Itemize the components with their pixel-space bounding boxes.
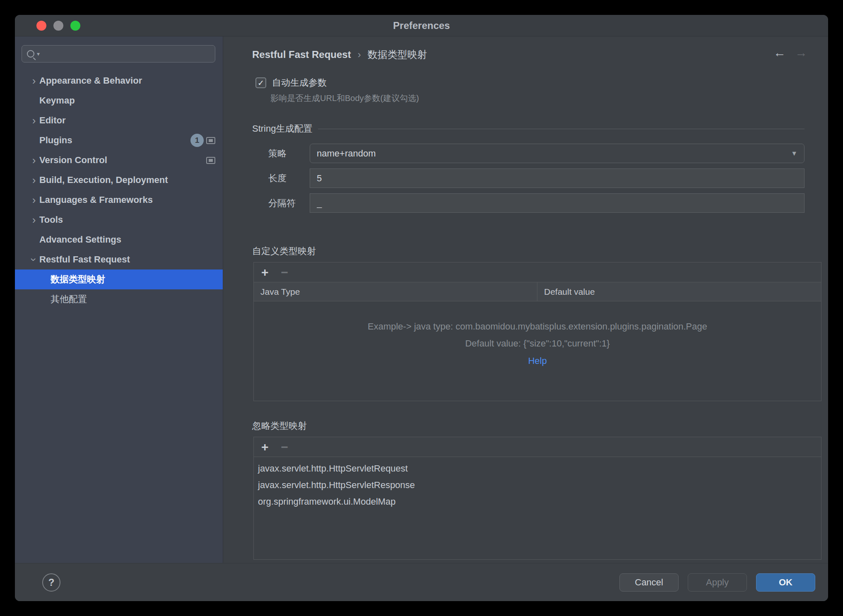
sidebar-item-restful-fast-request[interactable]: › Restful Fast Request (15, 250, 223, 270)
sidebar-item-advanced-settings[interactable]: Advanced Settings (15, 230, 223, 250)
chevron-right-icon[interactable]: › (30, 77, 38, 85)
custom-mapping-section-header: 自定义类型映射 (252, 245, 804, 257)
zoom-window-icon[interactable] (70, 21, 80, 31)
sidebar-item-other-config[interactable]: 其他配置 (15, 289, 223, 309)
ignore-mapping-toolbar: + − (254, 437, 821, 457)
string-config-title: String生成配置 (252, 123, 312, 135)
mapping-example-line2: Default value: {"size":10,"current":1} (254, 338, 821, 349)
ignore-mapping-title: 忽略类型映射 (252, 420, 307, 432)
strategy-row: 策略 name+random ▼ (238, 144, 828, 163)
sidebar-item-appearance-behavior[interactable]: › Appearance & Behavior (15, 71, 223, 91)
settings-tree: › Appearance & Behavior Keymap › Editor … (15, 71, 223, 309)
breadcrumb-separator-icon: › (358, 49, 361, 60)
ignore-mapping-list: + − javax.servlet.http.HttpServletReques… (253, 437, 821, 560)
search-caret-icon: ▾ (37, 51, 40, 57)
titlebar: Preferences (15, 15, 828, 36)
main-area: ▾ › Appearance & Behavior Keymap › Edito… (15, 36, 828, 563)
list-item[interactable]: javax.servlet.http.HttpServletResponse (254, 477, 821, 493)
search-input[interactable]: ▾ (22, 45, 215, 63)
chevron-right-icon[interactable]: › (30, 116, 38, 125)
sidebar-item-data-type-mapping[interactable]: 数据类型映射 (15, 270, 223, 289)
sidebar-item-build-execution-deployment[interactable]: › Build, Execution, Deployment (15, 170, 223, 190)
ignore-mapping-section-header: 忽略类型映射 (252, 420, 804, 432)
length-row: 长度 (238, 168, 828, 188)
chevron-right-icon[interactable]: › (30, 176, 38, 184)
sidebar-item-label: Editor (39, 115, 66, 126)
help-button[interactable]: ? (42, 573, 60, 592)
custom-mapping-header: Java Type Default value (254, 282, 821, 301)
strategy-value: name+random (317, 148, 376, 159)
list-item[interactable]: javax.servlet.http.HttpServletRequest (254, 460, 821, 477)
custom-mapping-toolbar: + − (254, 262, 821, 282)
history-nav: ← → (773, 46, 807, 60)
custom-mapping-table: + − Java Type Default value Example-> ja… (253, 262, 821, 401)
sidebar-item-languages-frameworks[interactable]: › Languages & Frameworks (15, 190, 223, 210)
breadcrumb: Restful Fast Request › 数据类型映射 (252, 48, 427, 61)
window-title: Preferences (393, 20, 450, 31)
dialog-footer: ? Cancel Apply OK (15, 563, 828, 601)
sidebar-item-plugins[interactable]: Plugins 1 (15, 130, 223, 150)
dropdown-arrow-icon: ▼ (791, 150, 797, 157)
sidebar-item-label: Version Control (39, 155, 107, 166)
help-link[interactable]: Help (254, 356, 821, 366)
remove-ignore-button: − (281, 441, 289, 453)
add-ignore-button[interactable]: + (261, 441, 269, 453)
length-input[interactable] (310, 168, 804, 188)
custom-mapping-title: 自定义类型映射 (252, 245, 316, 257)
ignore-items: javax.servlet.http.HttpServletRequest ja… (254, 457, 821, 510)
sidebar-item-label: Keymap (39, 95, 75, 106)
ok-button[interactable]: OK (756, 573, 815, 592)
cancel-button[interactable]: Cancel (619, 573, 679, 592)
default-value-column-header: Default value (537, 282, 821, 301)
preferences-window: Preferences ▾ › Appearance & Behavior Ke… (15, 15, 828, 601)
separator-row: 分隔符 (238, 193, 828, 213)
strategy-label: 策略 (268, 147, 287, 160)
breadcrumb-current: 数据类型映射 (368, 48, 427, 61)
modified-settings-icon (206, 137, 215, 144)
sidebar-item-label: 其他配置 (51, 293, 87, 306)
remove-mapping-button: − (281, 266, 289, 279)
chevron-right-icon[interactable]: › (30, 196, 38, 204)
forward-arrow-icon: → (795, 46, 807, 60)
mapping-example-line1: Example-> java type: com.baomidou.mybati… (254, 321, 821, 332)
sidebar-item-keymap[interactable]: Keymap (15, 91, 223, 111)
chevron-right-icon[interactable]: › (30, 216, 38, 224)
sidebar-item-editor[interactable]: › Editor (15, 111, 223, 130)
sidebar-item-tools[interactable]: › Tools (15, 210, 223, 230)
chevron-down-icon[interactable]: › (30, 255, 38, 264)
traffic-lights (36, 15, 80, 36)
strategy-select[interactable]: name+random ▼ (310, 144, 804, 163)
sidebar-item-label: Plugins (39, 135, 72, 146)
auto-generate-params-checkbox[interactable]: ✓ (255, 77, 266, 88)
sidebar-item-label: 数据类型映射 (51, 273, 105, 286)
auto-generate-params-label[interactable]: 自动生成参数 (272, 77, 327, 89)
modified-settings-icon (206, 157, 215, 164)
settings-sidebar: ▾ › Appearance & Behavior Keymap › Edito… (15, 36, 223, 563)
length-label: 长度 (268, 172, 287, 185)
plugins-count-badge: 1 (190, 134, 204, 147)
sidebar-item-label: Languages & Frameworks (39, 195, 153, 205)
sidebar-item-label: Advanced Settings (39, 234, 121, 245)
java-type-column-header: Java Type (254, 282, 537, 301)
chevron-right-icon[interactable]: › (30, 156, 38, 164)
list-item[interactable]: org.springframework.ui.ModelMap (254, 493, 821, 510)
minimize-window-icon[interactable] (53, 21, 63, 31)
section-divider (318, 129, 804, 129)
breadcrumb-parent[interactable]: Restful Fast Request (252, 49, 351, 60)
sidebar-item-label: Appearance & Behavior (39, 75, 142, 86)
search-icon (27, 50, 34, 58)
sidebar-item-label: Restful Fast Request (39, 254, 130, 265)
separator-input[interactable] (310, 193, 804, 213)
sidebar-item-label: Tools (39, 214, 63, 225)
auto-generate-params-row: ✓ 自动生成参数 (255, 77, 327, 89)
back-arrow-icon[interactable]: ← (773, 46, 786, 60)
auto-generate-params-description: 影响是否生成URL和Body参数(建议勾选) (270, 93, 419, 104)
sidebar-item-label: Build, Execution, Deployment (39, 175, 168, 185)
settings-content: Restful Fast Request › 数据类型映射 ← → ✓ 自动生成… (238, 36, 828, 563)
string-config-section-header: String生成配置 (252, 123, 804, 135)
close-window-icon[interactable] (36, 21, 46, 31)
apply-button: Apply (688, 573, 747, 592)
separator-label: 分隔符 (268, 197, 296, 209)
sidebar-item-version-control[interactable]: › Version Control (15, 150, 223, 170)
add-mapping-button[interactable]: + (261, 266, 269, 279)
